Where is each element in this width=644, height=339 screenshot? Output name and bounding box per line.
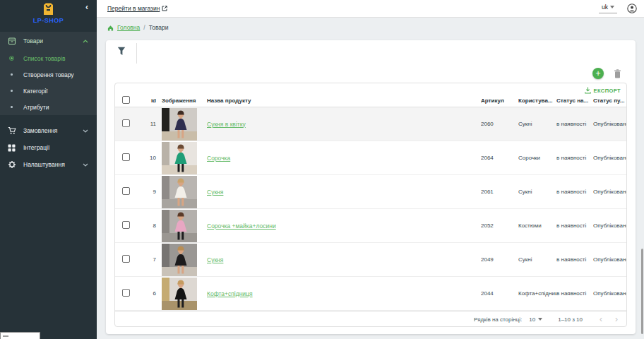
download-icon [585,87,591,94]
breadcrumb: Головна / Товари [107,24,169,31]
table-header-row: id Зображення Назва продукту Артикул Кор… [115,95,626,107]
product-image[interactable] [162,244,197,276]
bullet-icon [7,106,16,108]
chevron-up-icon [83,40,88,43]
column-header-stock-status[interactable]: Статус на... [556,97,593,104]
radio-selected-icon [7,56,16,61]
home-icon [107,25,114,31]
row-stock-status: в наявності [556,256,593,263]
sidebar-item-create-product[interactable]: Створення товару [0,66,97,83]
add-product-button[interactable]: + [592,68,604,79]
product-name-link[interactable]: Сорочка [207,155,230,162]
table-body: 11 Сукня в квітку 2060 Сукні в наявності… [115,107,626,311]
column-header-id[interactable]: id [142,97,157,104]
go-to-store-link[interactable]: Перейти в магазин [107,5,167,12]
scrollbar-thumb[interactable] [641,249,643,334]
product-name-link[interactable]: Сукня [207,256,223,263]
row-category: Кофта+спідниц [518,290,556,297]
row-id: 6 [142,290,157,297]
caret-down-icon [538,318,542,321]
sidebar-item-products[interactable]: Товари [0,32,97,50]
row-id: 11 [142,121,157,127]
language-select[interactable]: uk [599,4,617,13]
product-name-link[interactable]: Сукня в квітку [207,121,246,128]
product-image[interactable] [162,108,197,141]
previous-page-icon[interactable]: ‹ [600,316,602,323]
row-publish-status: Опубліковано [593,189,626,195]
pagination-range: 1–10 з 10 [558,316,583,323]
row-checkbox[interactable] [122,255,130,263]
gear-icon [7,160,16,169]
product-image[interactable] [162,210,197,242]
row-id: 10 [142,155,157,161]
bullet-icon [7,90,16,92]
table-row[interactable]: 7 Сукня 2049 Сукні в наявності Опубліков… [115,243,626,277]
logo[interactable]: LP-SHOP [0,0,97,24]
product-image[interactable] [162,142,197,174]
table-pagination: Рядків на сторінці: 10 1–10 з 10 ‹ › [115,311,626,327]
row-checkbox[interactable] [122,221,130,229]
product-name-link[interactable]: Сорочка +майка+лосини [207,222,276,230]
table-row[interactable]: 11 Сукня в квітку 2060 Сукні в наявності… [115,107,626,141]
sidebar-item-integrations[interactable]: Інтеграції [0,139,97,156]
row-publish-status: Опубліковано [593,256,626,263]
products-table: ЕКСПОРТ id Зображення Назва продукту Арт… [114,83,627,327]
row-checkbox[interactable] [122,187,130,195]
rows-per-page-label: Рядків на сторінці: [474,316,522,323]
row-stock-status: в наявності [556,222,593,229]
row-id: 7 [142,256,157,263]
sidebar-subitem-label: Створення товару [23,71,74,78]
row-sku: 2060 [481,121,518,127]
row-publish-status: Опубліковано [593,155,626,161]
sidebar-item-attributes[interactable]: Атрибути [0,99,97,115]
row-stock-status: в наявності [556,121,593,127]
table-row[interactable]: 9 Сукня 2061 Сукні в наявності Опубліков… [115,175,626,209]
logo-text: LP-SHOP [33,17,64,24]
product-name-link[interactable]: Сукня [207,189,223,196]
column-header-name[interactable]: Назва продукту [200,97,481,104]
row-id: 8 [142,222,157,229]
column-header-sku[interactable]: Артикул [481,97,518,104]
product-image[interactable] [162,278,197,310]
shopping-bag-logo-icon [42,3,54,16]
filter-icon[interactable] [117,47,126,56]
row-sku: 2049 [481,256,518,263]
row-category: Костюми [518,222,556,229]
table-row[interactable]: 10 Сорочка 2064 Сорочки в наявності Опуб… [115,141,626,175]
column-header-publish-status[interactable]: Статус пу... [593,97,626,104]
sidebar-item-orders[interactable]: Замовлення [0,122,97,139]
chevron-down-icon [83,129,88,133]
topbar: Перейти в магазин uk [97,0,644,18]
export-button[interactable]: ЕКСПОРТ [585,87,621,94]
row-stock-status: в наявності [556,189,593,195]
rows-per-page-select[interactable]: 10 [529,316,542,323]
row-publish-status: Опубліковано [593,121,626,127]
cart-icon [7,126,16,135]
account-icon[interactable] [627,4,637,13]
row-stock-status: в наявності [556,290,593,297]
sidebar-item-settings[interactable]: Налаштування [0,156,97,173]
select-all-checkbox[interactable] [122,96,130,104]
divider [136,43,137,64]
row-stock-status: в наявності [556,155,593,161]
delete-icon[interactable] [614,69,621,78]
row-checkbox[interactable] [122,153,130,161]
table-row[interactable]: 6 Кофта+спідниця 2044 Кофта+спідниц в на… [115,277,626,311]
breadcrumb-home-link[interactable]: Головна [117,24,140,31]
row-category: Сукні [518,121,556,127]
sidebar-item-categories[interactable]: Категорії [0,83,97,99]
product-image[interactable] [162,176,197,208]
column-header-category[interactable]: Користува... [518,97,556,104]
column-header-image[interactable]: Зображення [157,97,200,104]
sidebar-group-products: Товари Список товарів Створення товару К… [0,32,97,115]
table-row[interactable]: 8 Сорочка +майка+лосини 2052 Костюми в н… [115,209,626,243]
row-checkbox[interactable] [122,289,130,297]
sidebar-subitem-label: Категорії [23,88,48,95]
row-checkbox[interactable] [122,119,130,127]
sidebar-collapse-icon[interactable]: ‹ [85,3,88,11]
sidebar-subitem-label: Атрибути [23,104,49,111]
product-name-link[interactable]: Кофта+спідниця [207,290,253,297]
sidebar-item-product-list[interactable]: Список товарів [0,50,97,66]
sidebar-item-label: Товари [23,37,43,44]
next-page-icon[interactable]: › [615,316,618,323]
